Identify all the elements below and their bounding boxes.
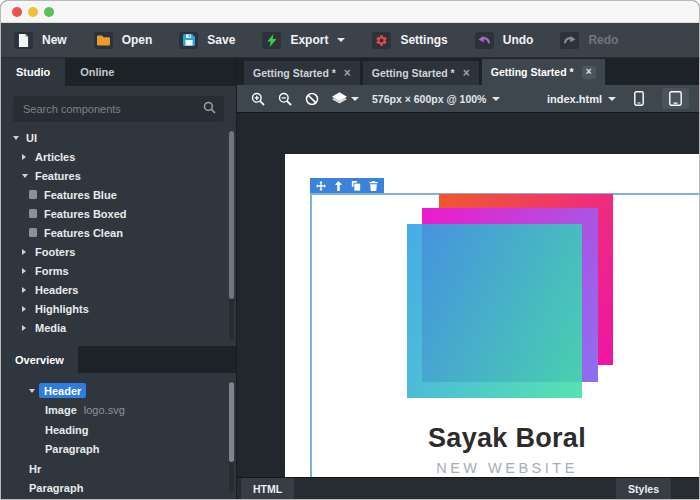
overview-item-image[interactable]: Imagelogo.svg xyxy=(1,401,236,421)
overview-tab-bar: Overview xyxy=(1,346,236,373)
document-tab-bar: Getting Started * × Getting Started * × … xyxy=(237,58,699,85)
component-box-icon xyxy=(29,209,37,218)
layers-caret-icon xyxy=(351,97,359,101)
redo-button[interactable]: Redo xyxy=(560,32,618,49)
close-tab-icon[interactable]: × xyxy=(582,66,596,79)
page-subtitle[interactable]: NEW WEBSITE xyxy=(285,460,699,476)
open-button[interactable]: Open xyxy=(94,32,153,49)
document-tab-3-active[interactable]: Getting Started * × xyxy=(482,59,605,85)
new-document-icon xyxy=(14,32,33,49)
delete-component-icon[interactable] xyxy=(369,177,378,195)
tab-html[interactable]: HTML xyxy=(241,478,294,500)
export-caret-icon xyxy=(337,38,345,42)
bottom-panel-bar: HTML Styles xyxy=(237,477,699,499)
caret-right-icon xyxy=(22,287,35,293)
tablet-preview-button[interactable] xyxy=(662,88,689,109)
overview-item-header[interactable]: Header xyxy=(1,381,236,401)
redo-label: Redo xyxy=(588,33,618,47)
components-scrollbar-thumb[interactable] xyxy=(229,131,234,299)
tab-overview[interactable]: Overview xyxy=(1,346,78,373)
maximize-window-button[interactable] xyxy=(44,7,54,17)
overview-scrollbar-thumb[interactable] xyxy=(229,382,234,462)
overview-panel: Header Imagelogo.svg Heading Paragraph H… xyxy=(1,373,236,499)
save-floppy-icon xyxy=(179,32,198,49)
canvas-dimensions-dropdown[interactable]: 576px × 600px @ 100% xyxy=(372,93,500,105)
component-box-icon xyxy=(29,190,37,199)
settings-label: Settings xyxy=(400,33,447,47)
tree-item-ui[interactable]: UI xyxy=(1,128,236,147)
editor-area: Getting Started * × Getting Started * × … xyxy=(236,58,699,499)
page-preview[interactable]: Sayak Boral NEW WEBSITE xyxy=(285,154,699,477)
tablet-icon xyxy=(669,91,682,106)
move-component-icon[interactable] xyxy=(316,177,326,195)
select-parent-icon[interactable] xyxy=(334,177,343,195)
tab-styles[interactable]: Styles xyxy=(616,478,671,500)
caret-right-icon xyxy=(22,268,35,274)
close-window-button[interactable] xyxy=(12,7,22,17)
open-label: Open xyxy=(122,33,153,47)
dimensions-caret-icon xyxy=(492,97,500,101)
undo-button[interactable]: Undo xyxy=(475,32,534,49)
phone-preview-button[interactable] xyxy=(629,88,649,109)
document-tab-2[interactable]: Getting Started * × xyxy=(363,61,479,85)
file-selector-dropdown[interactable]: index.html xyxy=(547,93,616,105)
close-tab-icon[interactable]: × xyxy=(344,67,351,79)
close-tab-icon[interactable]: × xyxy=(463,67,470,79)
tree-item-headers[interactable]: Headers xyxy=(1,280,236,299)
component-box-icon xyxy=(29,228,37,237)
app-window: New Open Save Export Settings xyxy=(0,0,700,500)
settings-button[interactable]: Settings xyxy=(372,32,447,49)
disable-outline-icon[interactable] xyxy=(305,92,319,106)
layers-icon[interactable] xyxy=(332,92,359,105)
caret-right-icon xyxy=(22,249,35,255)
tab-studio[interactable]: Studio xyxy=(1,58,65,86)
zoom-out-icon[interactable] xyxy=(278,92,292,106)
tree-item-articles[interactable]: Articles xyxy=(1,147,236,166)
new-label: New xyxy=(42,33,67,47)
tree-item-features[interactable]: Features xyxy=(1,166,236,185)
components-panel: UI Articles Features Features Blue Featu… xyxy=(1,86,236,346)
overview-item-paragraph-2[interactable]: Paragraph xyxy=(1,479,236,499)
export-lightning-icon xyxy=(262,32,281,49)
tree-item-features-boxed[interactable]: Features Boxed xyxy=(1,204,236,223)
caret-right-icon xyxy=(22,325,35,331)
selection-mini-toolbar xyxy=(310,178,384,193)
main-toolbar: New Open Save Export Settings xyxy=(1,23,699,58)
search-icon xyxy=(203,100,216,118)
document-tab-1[interactable]: Getting Started * × xyxy=(244,61,360,85)
duplicate-component-icon[interactable] xyxy=(351,177,361,195)
sidebar: Studio Online UI Articles Features Featu… xyxy=(1,58,236,499)
sidebar-tab-bar: Studio Online xyxy=(1,58,236,86)
caret-right-icon xyxy=(22,154,35,160)
design-canvas[interactable]: Sayak Boral NEW WEBSITE xyxy=(237,113,699,477)
overview-item-hr[interactable]: Hr xyxy=(1,459,236,479)
export-button[interactable]: Export xyxy=(262,32,345,49)
tab-online[interactable]: Online xyxy=(65,58,129,86)
export-label: Export xyxy=(290,33,328,47)
caret-down-icon xyxy=(22,174,35,178)
search-box xyxy=(13,96,224,122)
titlebar xyxy=(1,1,699,23)
zoom-in-icon[interactable] xyxy=(251,92,265,106)
search-input[interactable] xyxy=(13,103,203,115)
tree-item-forms[interactable]: Forms xyxy=(1,261,236,280)
tree-item-footers[interactable]: Footers xyxy=(1,242,236,261)
tree-item-features-clean[interactable]: Features Clean xyxy=(1,223,236,242)
caret-right-icon xyxy=(22,306,35,312)
canvas-toolbar: 576px × 600px @ 100% index.html xyxy=(237,85,699,113)
save-label: Save xyxy=(207,33,235,47)
tree-item-highlights[interactable]: Highlights xyxy=(1,299,236,318)
phone-icon xyxy=(634,91,644,106)
logo-square-front[interactable] xyxy=(407,224,582,398)
tree-item-media[interactable]: Media xyxy=(1,318,236,337)
new-button[interactable]: New xyxy=(14,32,67,49)
minimize-window-button[interactable] xyxy=(28,7,38,17)
undo-arrow-icon xyxy=(475,32,494,49)
undo-label: Undo xyxy=(503,33,534,47)
save-button[interactable]: Save xyxy=(179,32,235,49)
page-heading[interactable]: Sayak Boral xyxy=(285,423,699,454)
overview-item-paragraph[interactable]: Paragraph xyxy=(1,440,236,460)
tree-item-features-blue[interactable]: Features Blue xyxy=(1,185,236,204)
file-caret-icon xyxy=(608,97,616,101)
overview-item-heading[interactable]: Heading xyxy=(1,420,236,440)
